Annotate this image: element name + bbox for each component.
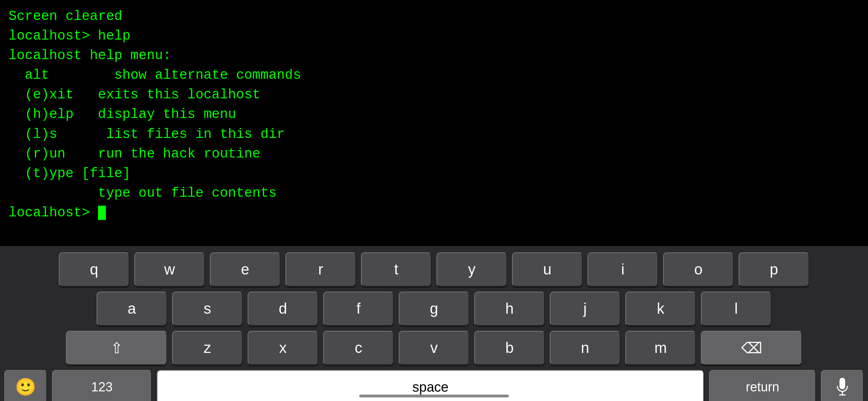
key-s[interactable]: s	[172, 292, 243, 326]
key-i[interactable]: i	[588, 252, 658, 287]
key-h[interactable]: h	[474, 292, 545, 326]
shift-key[interactable]: ⇧	[66, 331, 167, 365]
key-z[interactable]: z	[172, 331, 243, 365]
key-f[interactable]: f	[323, 292, 394, 326]
key-m[interactable]: m	[625, 331, 696, 365]
key-a[interactable]: a	[97, 292, 167, 326]
key-r[interactable]: r	[285, 252, 356, 287]
key-p[interactable]: p	[739, 252, 809, 287]
delete-key[interactable]: ⌫	[701, 331, 802, 365]
return-key[interactable]: return	[709, 370, 816, 401]
key-k[interactable]: k	[625, 292, 696, 326]
key-v[interactable]: v	[399, 331, 469, 365]
cursor	[98, 206, 106, 220]
number-key[interactable]: 123	[52, 370, 152, 401]
key-y[interactable]: y	[436, 252, 507, 287]
key-t[interactable]: t	[361, 252, 432, 287]
key-d[interactable]: d	[248, 292, 318, 326]
emoji-key[interactable]: 🙂	[4, 370, 47, 401]
keyboard-row-1: qwertyuiop	[4, 252, 864, 287]
key-e[interactable]: e	[210, 252, 280, 287]
key-w[interactable]: w	[134, 252, 205, 287]
key-q[interactable]: q	[59, 252, 129, 287]
key-c[interactable]: c	[323, 331, 394, 365]
keyboard-row-2: asdfghjkl	[4, 292, 864, 326]
home-indicator	[359, 395, 509, 397]
key-b[interactable]: b	[474, 331, 545, 365]
terminal-output: Screen cleared localhost> help localhost…	[9, 6, 859, 222]
key-o[interactable]: o	[663, 252, 734, 287]
mic-key[interactable]	[821, 370, 864, 401]
keyboard: qwertyuiop asdfghjkl ⇧zxcvbnm⌫ 🙂123space…	[0, 246, 868, 401]
key-j[interactable]: j	[550, 292, 620, 326]
key-u[interactable]: u	[512, 252, 583, 287]
svg-rect-0	[839, 378, 845, 389]
terminal-screen[interactable]: Screen cleared localhost> help localhost…	[0, 0, 868, 246]
key-g[interactable]: g	[399, 292, 469, 326]
key-l[interactable]: l	[701, 292, 771, 326]
key-x[interactable]: x	[248, 331, 318, 365]
key-n[interactable]: n	[550, 331, 620, 365]
keyboard-row-3: ⇧zxcvbnm⌫	[4, 331, 864, 365]
